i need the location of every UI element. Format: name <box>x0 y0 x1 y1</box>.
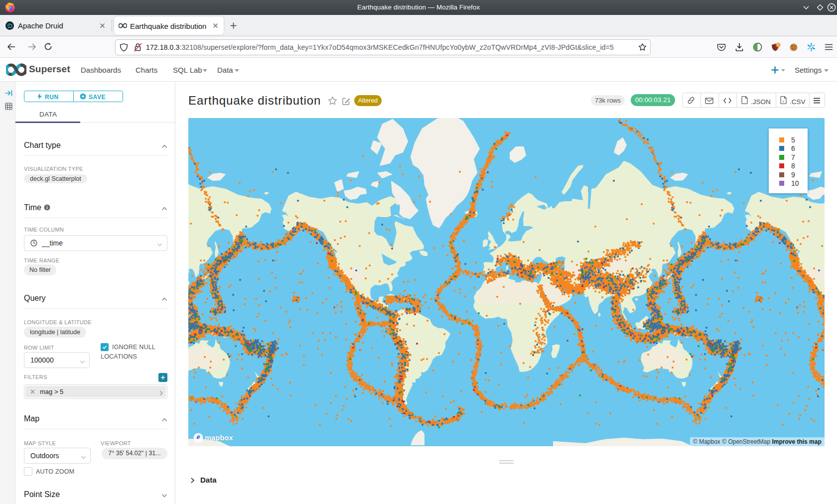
svg-text:x: x <box>783 100 785 103</box>
svg-text:2: 2 <box>777 43 779 46</box>
